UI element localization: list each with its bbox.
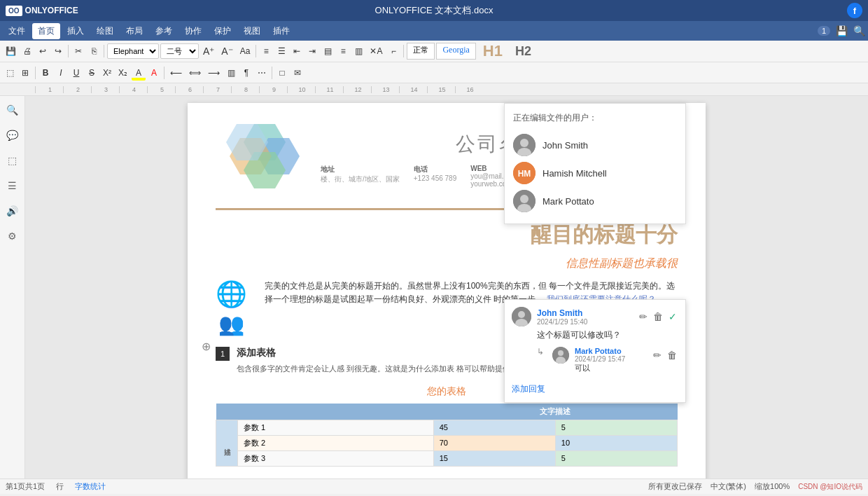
more-button[interactable]: ⋯ [255, 65, 269, 81]
accept-comment-button[interactable]: ✓ [667, 310, 678, 324]
ruler-mark: 12 [343, 86, 371, 93]
highlight-button[interactable]: A [132, 65, 146, 81]
style-georgia[interactable]: Georgia [436, 43, 475, 60]
font-family-select[interactable]: Elephant [107, 43, 159, 59]
navigate-sidebar-icon[interactable]: ☰ [4, 177, 21, 194]
user-count-badge[interactable]: 1 [818, 26, 830, 36]
left-sidebar: 🔍 💬 ⬚ ☰ 🔊 ⚙ [0, 96, 25, 478]
bold-button[interactable]: B [38, 65, 52, 81]
print-button[interactable]: 🖨 [20, 43, 34, 59]
menu-layout[interactable]: 布局 [120, 23, 148, 39]
menu-view[interactable]: 视图 [238, 23, 266, 39]
user-item-2: HM Hamish Mitchell [513, 159, 677, 187]
user-item-1: John Smith [513, 131, 677, 159]
paste-special-button[interactable]: ⊞ [18, 65, 32, 81]
toolbar-separator [68, 45, 69, 57]
align-center-button[interactable]: ≡ [336, 43, 350, 59]
users-panel-title: 正在编辑文件的用户： [513, 112, 677, 124]
language-selector[interactable]: 中文(繁体) [710, 481, 746, 492]
user-name-1: John Smith [542, 140, 588, 151]
comment-text: 这个标题可以修改吗？ [537, 329, 678, 341]
word-count[interactable]: 字数统计 [75, 481, 106, 492]
style-preset-button[interactable]: □ [275, 65, 289, 81]
edit-reply-button[interactable]: ✏ [652, 348, 663, 362]
font-shrink-button[interactable]: A⁻ [218, 43, 235, 59]
menu-plugin[interactable]: 插件 [267, 23, 295, 39]
font-grow-button[interactable]: A⁺ [200, 43, 217, 59]
font-color-button[interactable]: A [147, 65, 161, 81]
style-normal[interactable]: 正常 [407, 43, 435, 60]
title-bar: OO ONLYOFFICE ONLYOFFICE 文本文档.docx f [0, 0, 868, 21]
comment-sidebar-icon[interactable]: 💬 [4, 127, 21, 144]
format-painter-button[interactable]: ⌐ [386, 43, 400, 59]
list-bullet-button[interactable]: ≡ [259, 43, 273, 59]
menu-protect[interactable]: 保护 [209, 23, 237, 39]
ruler-mark: 11 [315, 86, 343, 93]
desc-cell: 述描 [216, 420, 238, 466]
ruler-mark: 6 [175, 86, 203, 93]
align-right2-button[interactable]: ⟶ [205, 65, 223, 81]
speaker-sidebar-icon[interactable]: 🔊 [4, 202, 21, 219]
edit-comment-button[interactable]: ✏ [638, 310, 649, 324]
row-label-1: 参数 1 [238, 420, 434, 435]
clear-format-button[interactable]: ✕A [367, 43, 385, 59]
search-icon[interactable]: 🔍 [853, 25, 865, 36]
delete-comment-button[interactable]: 🗑 [652, 310, 664, 324]
svg-point-17 [558, 350, 564, 356]
align-left-button[interactable]: ▤ [321, 43, 335, 59]
svg-point-11 [520, 195, 528, 203]
select-all-button[interactable]: ⬚ [3, 65, 17, 81]
align-left2-button[interactable]: ⟵ [167, 65, 185, 81]
subscript-button[interactable]: X₂ [115, 65, 130, 81]
undo-button[interactable]: ↩ [36, 43, 50, 59]
cell-2-2: 10 [555, 435, 677, 450]
save-button[interactable]: 💾 [3, 43, 19, 59]
copy-button[interactable]: ⎘ [87, 43, 101, 59]
mail-button[interactable]: ✉ [290, 65, 304, 81]
cut-button[interactable]: ✂ [71, 43, 85, 59]
section-number: 1 [216, 347, 230, 361]
zoom-level[interactable]: 缩放100% [755, 481, 790, 492]
justify-button[interactable]: ▥ [224, 65, 238, 81]
underline-button[interactable]: U [69, 65, 83, 81]
reply-actions: ✏ 🗑 [652, 348, 678, 362]
comment-header: John Smith 2024/1/29 15:40 ✏ 🗑 ✓ [512, 307, 678, 326]
save-icon[interactable]: 💾 [836, 25, 848, 36]
add-reply-button[interactable]: 添加回复 [512, 383, 545, 395]
align-right-button[interactable]: ▥ [351, 43, 365, 59]
superscript-button[interactable]: X² [100, 65, 114, 81]
ruler-mark: 3 [91, 86, 119, 93]
font-case-button[interactable]: Aa [237, 43, 253, 59]
menu-draw[interactable]: 绘图 [91, 23, 119, 39]
style-h1[interactable]: H1 [477, 42, 508, 60]
search-sidebar-icon[interactable]: 🔍 [4, 102, 21, 118]
redo-button[interactable]: ↪ [51, 43, 65, 59]
indent-decrease-button[interactable]: ⇤ [290, 43, 304, 59]
page-info: 第1页共1页 [6, 481, 45, 492]
ruler-mark: 10 [287, 86, 315, 93]
strikethrough-button[interactable]: S [85, 65, 99, 81]
table-header-main: 文字描述 [433, 404, 677, 420]
main-heading: 醒目的标题十分 [216, 221, 678, 249]
menu-reference[interactable]: 参考 [150, 23, 178, 39]
align-center2-button[interactable]: ⟺ [186, 65, 204, 81]
menu-insert[interactable]: 插入 [62, 23, 90, 39]
menu-home[interactable]: 首页 [32, 23, 60, 39]
sep5 [35, 67, 36, 79]
ruler-mark: 7 [203, 86, 231, 93]
delete-reply-button[interactable]: 🗑 [666, 348, 678, 362]
add-content-button[interactable]: ⊕ [202, 340, 211, 353]
plugin-sidebar-icon[interactable]: ⬚ [4, 152, 21, 169]
ruler-mark: 9 [259, 86, 287, 93]
font-size-select[interactable]: 二号 [160, 43, 199, 59]
list-number-button[interactable]: ☰ [274, 43, 288, 59]
italic-button[interactable]: I [54, 65, 68, 81]
paragraph-button[interactable]: ¶ [239, 65, 253, 81]
indent-increase-button[interactable]: ⇥ [305, 43, 319, 59]
menu-file[interactable]: 文件 [3, 23, 31, 39]
menu-collaborate[interactable]: 协作 [179, 23, 207, 39]
style-h2[interactable]: H2 [510, 44, 537, 59]
settings-sidebar-icon[interactable]: ⚙ [4, 228, 21, 244]
reply-arrow-icon: ↳ [537, 347, 544, 357]
svg-text:HM: HM [518, 169, 531, 179]
